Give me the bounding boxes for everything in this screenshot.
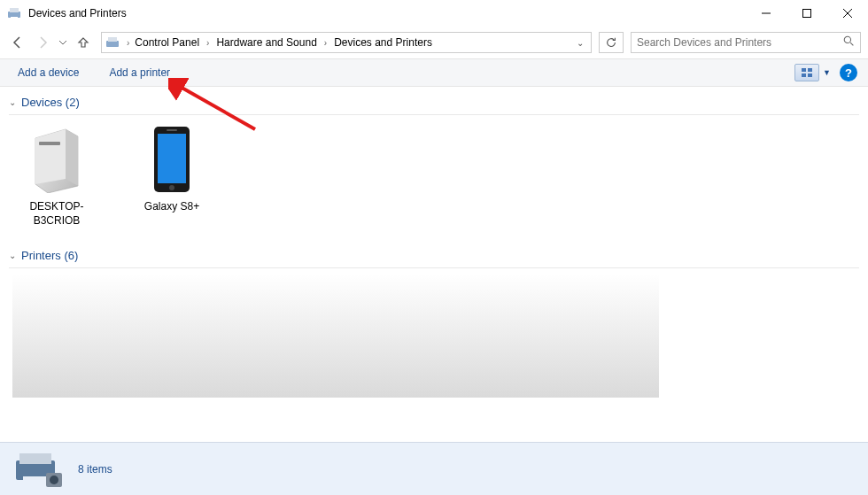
chevron-right-icon[interactable]: › xyxy=(322,38,329,48)
svg-point-18 xyxy=(169,185,174,190)
toolbar: Add a device Add a printer ▼ ? xyxy=(0,58,868,87)
svg-rect-15 xyxy=(39,142,60,145)
search-box[interactable] xyxy=(631,32,861,53)
view-dropdown[interactable]: ▼ xyxy=(823,68,831,77)
pc-tower-icon xyxy=(26,124,88,195)
back-button[interactable] xyxy=(7,32,28,53)
svg-rect-22 xyxy=(23,476,48,480)
navbar: › Control Panel › Hardware and Sound › D… xyxy=(0,27,868,58)
printers-group-title: Printers (6) xyxy=(21,249,78,262)
devices-group-header[interactable]: ⌄ Devices (2) xyxy=(9,90,859,115)
window-controls xyxy=(746,0,868,27)
chevron-right-icon[interactable]: › xyxy=(125,38,131,48)
svg-rect-11 xyxy=(802,68,806,72)
printers-group-header[interactable]: ⌄ Printers (6) xyxy=(9,244,859,268)
help-button[interactable]: ? xyxy=(840,64,857,81)
svg-rect-19 xyxy=(167,129,177,131)
printers-area xyxy=(12,274,659,398)
chevron-down-icon: ⌄ xyxy=(9,97,16,107)
svg-rect-2 xyxy=(11,17,18,19)
add-device-link[interactable]: Add a device xyxy=(11,61,86,84)
content-area: ⌄ Devices (2) DESKTOP-B3CRIOB xyxy=(0,87,868,441)
titlebar: Devices and Printers xyxy=(0,0,868,27)
svg-rect-12 xyxy=(808,68,812,72)
address-bar[interactable]: › Control Panel › Hardware and Sound › D… xyxy=(101,32,592,53)
device-item-phone[interactable]: Galaxy S8+ xyxy=(128,124,216,228)
svg-rect-21 xyxy=(19,453,51,464)
crumb-control-panel[interactable]: Control Panel xyxy=(131,35,203,50)
devices-printers-icon xyxy=(7,6,21,20)
svg-rect-13 xyxy=(802,73,806,77)
forward-button[interactable] xyxy=(32,32,53,53)
crumb-devices-printers[interactable]: Devices and Printers xyxy=(330,35,436,50)
svg-point-9 xyxy=(844,36,850,43)
devices-group: ⌄ Devices (2) DESKTOP-B3CRIOB xyxy=(9,90,859,236)
device-item-desktop[interactable]: DESKTOP-B3CRIOB xyxy=(12,124,101,228)
address-dropdown[interactable]: ⌄ xyxy=(573,38,587,48)
breadcrumb: Control Panel › Hardware and Sound › Dev… xyxy=(131,35,573,50)
svg-point-24 xyxy=(50,476,58,484)
devices-category-icon xyxy=(14,450,64,489)
window-title: Devices and Printers xyxy=(28,7,746,19)
minimize-button[interactable] xyxy=(746,0,787,27)
recent-dropdown[interactable] xyxy=(57,32,69,53)
up-button[interactable] xyxy=(73,32,94,53)
svg-rect-1 xyxy=(10,8,19,12)
svg-rect-17 xyxy=(158,134,186,183)
device-label: DESKTOP-B3CRIOB xyxy=(12,200,101,228)
status-bar: 8 items xyxy=(0,442,868,495)
chevron-down-icon: ⌄ xyxy=(9,251,16,260)
devices-group-title: Devices (2) xyxy=(21,96,80,109)
svg-rect-8 xyxy=(108,37,117,42)
crumb-hardware-sound[interactable]: Hardware and Sound xyxy=(213,35,320,50)
printers-group: ⌄ Printers (6) xyxy=(9,244,859,398)
search-input[interactable] xyxy=(637,36,843,49)
view-options-button[interactable] xyxy=(794,64,819,81)
device-label: Galaxy S8+ xyxy=(128,200,216,214)
refresh-button[interactable] xyxy=(599,32,624,53)
add-printer-link[interactable]: Add a printer xyxy=(102,61,177,84)
close-button[interactable] xyxy=(827,0,868,27)
smartphone-icon xyxy=(141,124,203,195)
chevron-right-icon[interactable]: › xyxy=(205,38,211,48)
svg-rect-7 xyxy=(106,41,119,47)
control-panel-icon xyxy=(105,35,120,50)
svg-line-10 xyxy=(850,43,853,45)
maximize-button[interactable] xyxy=(787,0,827,27)
svg-rect-4 xyxy=(803,10,811,18)
svg-rect-14 xyxy=(808,73,812,77)
status-item-count: 8 items xyxy=(78,463,112,476)
svg-rect-0 xyxy=(8,12,20,18)
search-icon[interactable] xyxy=(843,35,855,50)
